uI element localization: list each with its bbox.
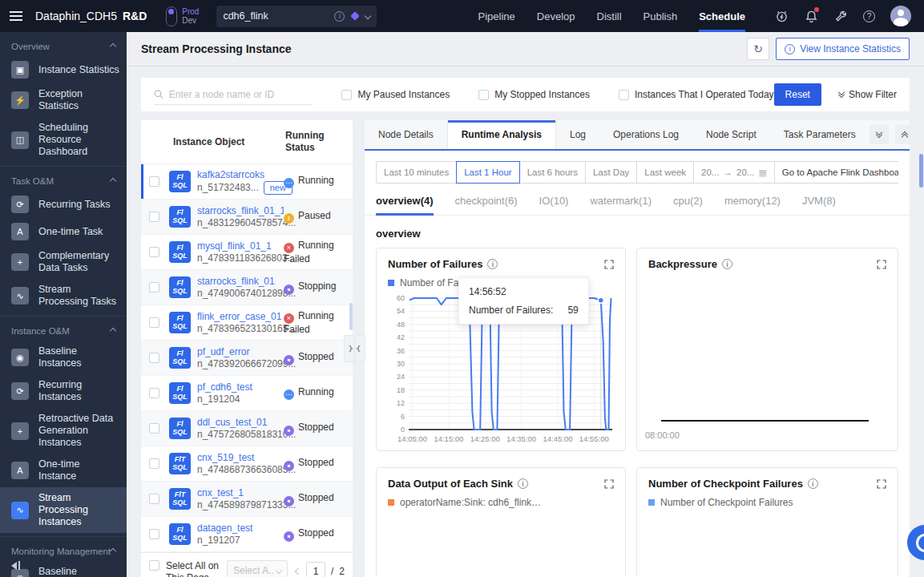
table-row-kafka2starrcoks[interactable]: FlSQLkafka2starrcoksn_51732483...new⋯Run… xyxy=(141,164,353,200)
sidebar-item-one-time-task[interactable]: AOne-time Task xyxy=(0,218,127,245)
info-icon[interactable]: i xyxy=(518,478,528,489)
tab-operations-log[interactable]: Operations Log xyxy=(599,120,692,149)
prev-page-icon[interactable] xyxy=(295,568,301,575)
sidebar-item-instance-statistics[interactable]: ▣Instance Statistics xyxy=(0,56,127,83)
row-checkbox[interactable] xyxy=(149,423,159,434)
sidebar-section-header-monitoring-management[interactable]: Monitoring Management xyxy=(0,541,127,561)
instance-name-link[interactable]: pf_cdh6_test xyxy=(197,381,284,393)
project-info-icon[interactable]: i xyxy=(334,11,345,22)
table-row-cnx-519-test[interactable]: FlTSQLcnx_519_testn_474868736636085...■S… xyxy=(141,446,353,482)
chevron-down-icon[interactable] xyxy=(365,13,371,19)
row-checkbox[interactable] xyxy=(149,494,159,504)
time-filter-last-day[interactable]: Last Day xyxy=(585,161,637,184)
info-icon[interactable]: i xyxy=(722,259,732,269)
row-checkbox[interactable] xyxy=(149,282,159,293)
instance-name-link[interactable]: pf_udf_error xyxy=(197,346,284,358)
prod-dev-toggle[interactable] xyxy=(166,6,177,26)
menu-item-pipeline[interactable]: Pipeline xyxy=(478,0,515,32)
refresh-button[interactable]: ↻ xyxy=(747,38,769,60)
tab-node-details[interactable]: Node Details xyxy=(365,120,447,149)
table-row-mysql-flink-01-1[interactable]: FlSQLmysql_flink_01_1n_478391183626803..… xyxy=(141,235,353,270)
info-icon[interactable]: i xyxy=(487,259,498,269)
search-input[interactable] xyxy=(169,89,313,100)
tab-log[interactable]: Log xyxy=(556,120,599,149)
sidebar-item-scheduling-resource-dashboard[interactable]: ◫Scheduling Resource Dashboard xyxy=(0,117,127,163)
sidebar-item-baseline-instances[interactable]: ◉Baseline Instances xyxy=(0,341,127,374)
go-to-flink-dashboard-button[interactable]: Go to Apache Flink Dashboard xyxy=(774,161,898,184)
menu-item-publish[interactable]: Publish xyxy=(644,0,678,32)
instance-name-link[interactable]: kafka2starrcoks xyxy=(197,169,284,181)
table-row-flink-error-case-01[interactable]: FlSQLflink_error_case_01n_47839652313016… xyxy=(141,305,353,341)
show-filter-button[interactable]: Show Filter xyxy=(839,89,897,100)
alarm-icon[interactable] xyxy=(774,9,789,23)
table-row-pf-cdh6-test[interactable]: FlSQLpf_cdh6_testn_191204⋯Running xyxy=(141,376,353,411)
current-page[interactable]: 1 xyxy=(306,562,325,577)
table-row-pf-udf-error[interactable]: FlSQLpf_udf_errorn_478392066672099...■St… xyxy=(141,341,353,376)
sidebar-item-complementary-data-tasks[interactable]: +Complementary Data Tasks xyxy=(0,245,127,279)
date-range-picker[interactable]: 20...→20...▦ xyxy=(693,161,775,184)
checkbox[interactable] xyxy=(619,90,629,100)
instance-name-link[interactable]: ddl_cus_test_01 xyxy=(197,417,284,429)
menu-item-schedule[interactable]: Schedule xyxy=(699,0,745,32)
sidebar-item-recurring-instances[interactable]: ⟳Recurring Instances xyxy=(0,374,127,408)
info-icon[interactable]: i xyxy=(808,478,818,489)
expand-icon[interactable] xyxy=(877,479,886,489)
metric-tab-memory-12[interactable]: memory(12) xyxy=(724,195,781,215)
batch-action-select[interactable]: Select A... xyxy=(227,560,288,577)
time-filter-last-10-minutes[interactable]: Last 10 minutes xyxy=(376,161,457,184)
collapse-panel-handle[interactable] xyxy=(355,335,365,362)
page-scrollbar-thumb[interactable] xyxy=(919,154,923,188)
metric-tab-watermark-1[interactable]: watermark(1) xyxy=(590,195,652,215)
sidebar-section-header-overview[interactable]: Overview xyxy=(0,36,127,56)
hamburger-menu-icon[interactable] xyxy=(0,0,32,32)
metric-tab-io-10[interactable]: IO(10) xyxy=(539,195,569,215)
select-all-checkbox[interactable] xyxy=(149,560,159,571)
checkbox[interactable] xyxy=(341,90,352,100)
tab-node-script[interactable]: Node Script xyxy=(692,120,770,149)
table-row-cnx-test-1[interactable]: FlTSQLcnx_test_1n_474589879871333...■Sto… xyxy=(141,482,353,517)
sidebar-item-stream-processing-tasks[interactable]: ∿Stream Processing Tasks xyxy=(0,279,127,313)
tab-runtime-analysis[interactable]: Runtime Analysis xyxy=(447,120,556,149)
metric-tab-checkpoint-6[interactable]: checkpoint(6) xyxy=(455,195,518,215)
row-checkbox[interactable] xyxy=(149,176,159,187)
checkbox[interactable] xyxy=(478,90,489,100)
time-filter-last-6-hours[interactable]: Last 6 hours xyxy=(519,161,586,184)
menu-item-develop[interactable]: Develop xyxy=(537,0,575,32)
sidebar-section-header-task-o-m[interactable]: Task O&M xyxy=(0,171,127,191)
row-checkbox[interactable] xyxy=(149,247,159,257)
filter-checkbox-instances-that-i-operated-today[interactable]: Instances That I Operated Today xyxy=(619,89,774,100)
expand-icon[interactable] xyxy=(877,260,886,269)
sidebar-item-recurring-tasks[interactable]: ⟳Recurring Tasks xyxy=(0,191,127,218)
table-row-starrocks-flink-01[interactable]: FlSQLstarrocks_flink_01n_474900674012898… xyxy=(141,270,353,305)
expand-icon[interactable] xyxy=(604,260,614,269)
row-checkbox[interactable] xyxy=(149,212,159,222)
row-checkbox[interactable] xyxy=(149,458,159,469)
filter-checkbox-my-stopped-instances[interactable]: My Stopped Instances xyxy=(478,89,590,100)
instance-name-link[interactable]: datagen_test xyxy=(197,523,284,535)
metric-tab-cpu-2[interactable]: cpu(2) xyxy=(673,195,703,215)
row-checkbox[interactable] xyxy=(149,353,159,363)
sidebar-item-one-time-instance[interactable]: AOne-time Instance xyxy=(0,454,127,487)
help-question-icon[interactable]: ? xyxy=(863,10,875,22)
instance-name-link[interactable]: starrocks_flink_01 xyxy=(197,276,284,288)
tab-task-parameters[interactable]: Task Parameters xyxy=(770,120,870,149)
time-filter-last-1-hour[interactable]: Last 1 Hour xyxy=(456,161,519,184)
expand-panel-handle[interactable] xyxy=(344,335,354,362)
tools-wrench-icon[interactable] xyxy=(833,9,848,23)
row-checkbox[interactable] xyxy=(149,317,159,328)
instance-name-link[interactable]: starrocks_flink_01_1 xyxy=(197,205,284,217)
menu-item-distill[interactable]: Distill xyxy=(597,0,622,32)
expand-panel-down-button[interactable] xyxy=(870,125,889,144)
instance-name-link[interactable]: cnx_test_1 xyxy=(197,487,284,499)
instance-name-link[interactable]: flink_error_case_01 xyxy=(197,311,284,323)
metric-tab-overview-4[interactable]: overview(4) xyxy=(376,195,434,215)
row-checkbox[interactable] xyxy=(149,388,159,398)
metric-tab-jvm-8[interactable]: JVM(8) xyxy=(802,195,836,215)
expand-icon[interactable] xyxy=(604,479,614,489)
table-row-ddl-cus-test-01[interactable]: FlSQLddl_cus_test_01n_475726805818310...… xyxy=(141,411,353,446)
sidebar-item-retroactive-data-generation-instances[interactable]: +Retroactive Data Generation Instances xyxy=(0,408,127,454)
time-filter-last-week[interactable]: Last week xyxy=(636,161,694,184)
instance-name-link[interactable]: cnx_519_test xyxy=(197,452,284,464)
user-avatar[interactable] xyxy=(890,6,911,26)
reset-button[interactable]: Reset xyxy=(774,83,821,106)
